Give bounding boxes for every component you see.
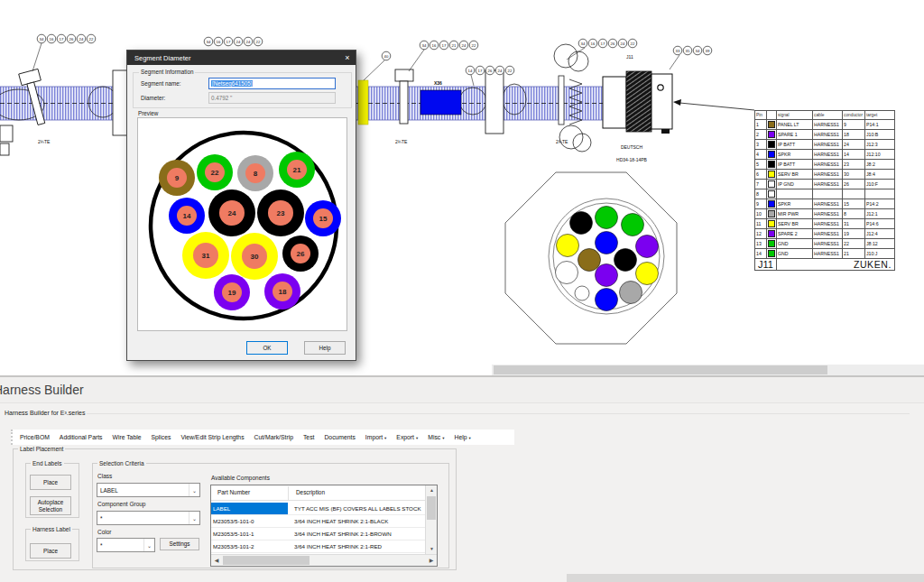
balloon-number: 40: [384, 54, 389, 59]
chevron-down-icon[interactable]: ⌄: [189, 484, 199, 496]
part-number-column-header[interactable]: Part Number: [217, 489, 250, 495]
face-pin: [596, 207, 618, 229]
list-item[interactable]: M23053/5-101-13/64 INCH HEAT SHRINK 2:1-…: [211, 528, 426, 540]
pin-table-cell: HARNESS1: [813, 229, 843, 239]
panel-caption: Harness Builder for E³.series: [5, 410, 85, 416]
balloon-number: 34: [40, 37, 44, 42]
class-label: Class: [97, 473, 112, 479]
pin-table-cell: 4: [755, 150, 767, 160]
balloon-number: 22: [508, 69, 513, 73]
tab-test[interactable]: Test: [303, 434, 314, 440]
table-row: 2SPARE 1HARNESS118J10:B: [755, 130, 895, 140]
tab-view-edit-strip-lengths[interactable]: View/Edit Strip Lengths: [180, 434, 244, 440]
balloon-number: 24: [79, 37, 84, 42]
wire-color-swatch: [767, 189, 777, 199]
wire-color-swatch: [767, 209, 777, 219]
description-column-header[interactable]: Description: [296, 489, 325, 495]
chevron-down-icon[interactable]: ⌄: [143, 539, 154, 551]
pin-table-cell: J8:2: [865, 160, 895, 170]
harness-label-place-button[interactable]: Place: [30, 543, 71, 559]
segment-diameter-dialog: Segment Diameter × Segment Information S…: [126, 50, 356, 361]
end-labels-place-button[interactable]: Place: [30, 475, 71, 490]
pin-table-header: conductor: [843, 111, 865, 120]
drawing-scrollbar-thumb[interactable]: [494, 365, 827, 374]
wire-number: 18: [279, 288, 287, 296]
balloon-leader: [670, 55, 679, 69]
class-combobox[interactable]: LABEL ⌄: [97, 483, 200, 497]
help-button[interactable]: Help: [304, 341, 346, 355]
horizontal-scroll-thumb[interactable]: [223, 556, 310, 565]
scroll-down-icon[interactable]: ▼: [426, 544, 438, 554]
balloon-leader: [32, 43, 42, 71]
part-number-cell[interactable]: M23053/5-101-0: [211, 515, 288, 527]
autoplace-selection-button[interactable]: Autoplace Selection: [30, 496, 71, 515]
color-combobox[interactable]: * ⌄: [97, 538, 155, 552]
vertical-scroll-thumb[interactable]: [427, 496, 436, 520]
part-number-cell[interactable]: M23053/5-101-1: [211, 528, 288, 540]
dialog-titlebar[interactable]: Segment Diameter ×: [127, 51, 356, 65]
tab-documents[interactable]: Documents: [324, 434, 355, 440]
list-item[interactable]: LABELTYT ACC MIS (BF) COVERS ALL LABELS …: [211, 503, 426, 515]
tab-help[interactable]: Help▾: [455, 434, 471, 440]
pin-table-header: cable: [813, 111, 843, 120]
balloon-number: 34: [422, 43, 427, 48]
color-swatch: [768, 230, 775, 237]
end-labels-label: End Labels: [31, 459, 64, 467]
tab-cut-mark-strip[interactable]: Cut/Mark/Strip: [254, 434, 293, 440]
pin-table-cell: P14:2: [865, 199, 895, 209]
scroll-left-icon[interactable]: ◀: [211, 555, 222, 566]
table-row: 9SPKRHARNESS115P14:2: [755, 199, 895, 209]
description-cell[interactable]: 3/64 INCH HEAT SHRINK 2:1-RED: [294, 543, 424, 550]
segment-name-input[interactable]: [Netseg641505]: [208, 78, 336, 89]
pin-table-header: Pin: [755, 111, 767, 120]
color-swatch: [768, 151, 775, 158]
color-swatch: [768, 180, 775, 188]
pin-table-cell: [865, 189, 895, 199]
list-horizontal-scrollbar[interactable]: ◀ ▶: [211, 554, 437, 566]
settings-button[interactable]: Settings: [160, 538, 199, 550]
list-item[interactable]: M23053/5-101-03/64 INCH HEAT SHRINK 2:1-…: [211, 515, 426, 528]
wire-number: 23: [277, 209, 285, 217]
drawing-label: X36: [434, 80, 442, 86]
pin-table-cell: 22: [843, 239, 865, 249]
pin-table-cell: J10:J: [865, 249, 895, 259]
pin-table-header: target: [865, 111, 895, 120]
component-group-combobox[interactable]: * ⌄: [97, 511, 200, 525]
tab-import[interactable]: Import▾: [365, 434, 387, 440]
face-pin: [614, 249, 637, 272]
pin-table-j11: Pinsignalcableconductortarget 1PANEL LTH…: [754, 110, 895, 271]
tab-export[interactable]: Export▾: [396, 434, 418, 440]
ok-button[interactable]: OK: [246, 341, 288, 355]
close-icon[interactable]: ×: [339, 53, 356, 62]
wire-color-swatch: [767, 130, 777, 140]
list-vertical-scrollbar[interactable]: ▲ ▼: [425, 485, 437, 554]
drawing-label: DEUTSCH: [621, 144, 643, 150]
tab-splices[interactable]: Splices: [151, 434, 171, 440]
face-pin: [620, 282, 642, 304]
table-row: 8: [755, 189, 895, 199]
description-cell[interactable]: 3/64 INCH HEAT SHRINK 2:1-BROWN: [294, 531, 424, 537]
pin-table-cell: 9: [843, 120, 865, 130]
pin-table-cell: 8: [755, 189, 767, 199]
scroll-right-icon[interactable]: ▶: [426, 555, 437, 566]
part-number-cell[interactable]: LABEL: [211, 503, 288, 514]
pin-table-cell: PANEL LT: [777, 120, 813, 130]
chevron-down-icon: ▾: [469, 436, 471, 440]
part-number-cell[interactable]: M23053/5-101-2: [211, 540, 288, 552]
tab-additional-parts[interactable]: Additional Parts: [60, 434, 103, 440]
description-cell[interactable]: TYT ACC MIS (BF) COVERS ALL LABELS STOCK: [294, 505, 424, 512]
pin-table-cell: 3: [755, 140, 767, 150]
pin-table-cell: HARNESS1: [813, 140, 843, 150]
table-row: 3IP BATTHARNESS124J12:3: [755, 140, 895, 150]
drawing-horizontal-scrollbar[interactable]: [492, 365, 924, 375]
chevron-down-icon[interactable]: ⌄: [189, 512, 199, 524]
tab-price-bom[interactable]: Price/BOM: [20, 434, 50, 440]
balloon-number: 35: [686, 49, 690, 53]
scroll-up-icon[interactable]: ▲: [426, 485, 438, 495]
tab-misc[interactable]: Misc▾: [428, 434, 444, 440]
harness-builder-titlebar[interactable]: Harness Builder: [0, 377, 924, 403]
tab-wire-table[interactable]: Wire Table: [112, 434, 141, 440]
description-cell[interactable]: 3/64 INCH HEAT SHRINK 2:1-BLACK: [294, 518, 424, 524]
pin-table-cell: 14: [843, 150, 865, 160]
list-item[interactable]: M23053/5-101-23/64 INCH HEAT SHRINK 2:1-…: [211, 540, 426, 553]
